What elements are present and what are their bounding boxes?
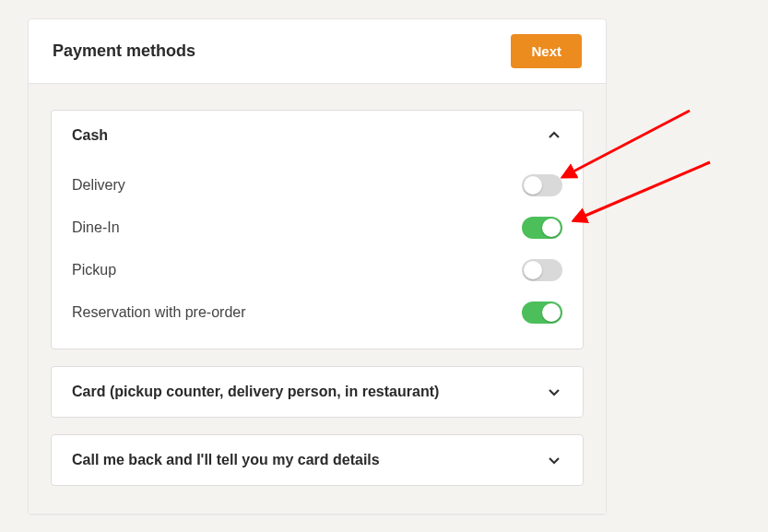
- page-title: Payment methods: [53, 41, 195, 61]
- section-card-header[interactable]: Card (pickup counter, delivery person, i…: [52, 367, 583, 417]
- toggle-dinein[interactable]: [522, 217, 562, 239]
- toggle-delivery[interactable]: [522, 174, 562, 196]
- section-cash: Cash Delivery Dine-In Pickup: [51, 110, 584, 349]
- section-card-title: Card (pickup counter, delivery person, i…: [72, 384, 439, 400]
- next-button[interactable]: Next: [511, 34, 582, 68]
- toggle-label: Pickup: [72, 262, 116, 278]
- section-callback-title: Call me back and I'll tell you my card d…: [72, 452, 380, 468]
- toggle-row-pickup: Pickup: [72, 249, 562, 291]
- section-cash-title: Cash: [72, 127, 108, 144]
- section-cash-header[interactable]: Cash: [52, 111, 583, 160]
- toggle-label: Reservation with pre-order: [72, 304, 246, 321]
- toggle-row-dinein: Dine-In: [72, 207, 562, 249]
- toggle-row-reservation: Reservation with pre-order: [72, 291, 562, 334]
- toggle-row-delivery: Delivery: [72, 164, 562, 207]
- chevron-down-icon: [546, 384, 562, 400]
- card-body: Cash Delivery Dine-In Pickup: [29, 84, 606, 514]
- section-card: Card (pickup counter, delivery person, i…: [51, 366, 584, 418]
- chevron-down-icon: [546, 452, 562, 468]
- section-cash-body: Delivery Dine-In Pickup Reservation with…: [52, 160, 583, 349]
- toggle-pickup[interactable]: [522, 259, 562, 281]
- payment-methods-card: Payment methods Next Cash Delivery Dine-…: [28, 18, 607, 514]
- toggle-reservation[interactable]: [522, 301, 562, 324]
- card-header: Payment methods Next: [29, 19, 606, 84]
- toggle-label: Dine-In: [72, 219, 120, 236]
- toggle-label: Delivery: [72, 177, 125, 194]
- chevron-up-icon: [546, 127, 562, 144]
- section-callback-header[interactable]: Call me back and I'll tell you my card d…: [52, 435, 583, 485]
- section-callback: Call me back and I'll tell you my card d…: [51, 434, 584, 486]
